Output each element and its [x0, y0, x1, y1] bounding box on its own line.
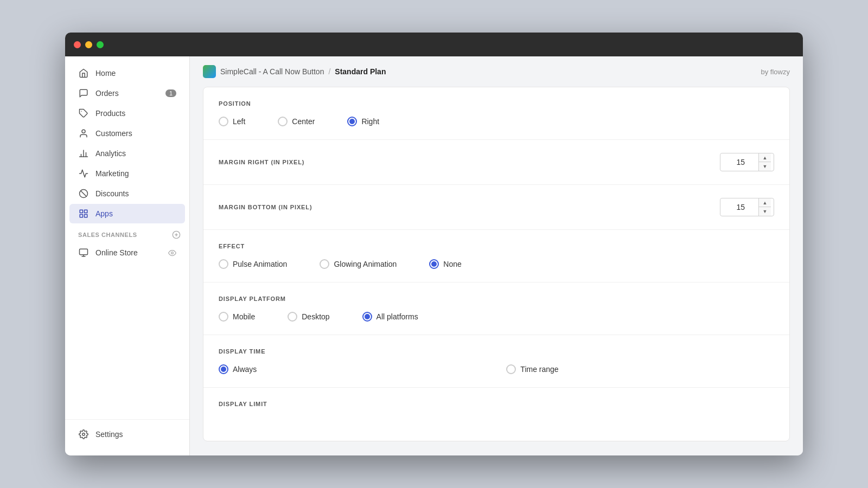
titlebar — [65, 33, 803, 56]
online-store-icon — [78, 247, 89, 258]
margin-right-down[interactable]: ▼ — [759, 162, 771, 171]
svg-rect-10 — [85, 215, 87, 217]
sidebar-item-products[interactable]: Products — [69, 104, 185, 123]
effect-none-option[interactable]: None — [429, 259, 461, 269]
position-section: POSITION Left Center — [203, 87, 789, 140]
platform-all-radio[interactable] — [362, 312, 372, 322]
sidebar-item-orders-label: Orders — [95, 89, 119, 98]
time-range-label: Time range — [520, 365, 558, 374]
position-center-radio[interactable] — [278, 117, 288, 126]
sidebar-item-orders[interactable]: Orders 1 — [69, 84, 185, 103]
time-always-radio[interactable] — [219, 364, 228, 374]
home-icon — [78, 68, 89, 79]
breadcrumb-app-name[interactable]: SimpleCall - A Call Now Button — [220, 67, 324, 76]
orders-badge: 1 — [165, 89, 176, 97]
effect-pulse-radio[interactable] — [219, 259, 228, 269]
display-time-section: DISPLAY TIME Always Time range — [203, 335, 789, 388]
effect-glowing-option[interactable]: Glowing Animation — [320, 259, 397, 269]
svg-rect-15 — [80, 249, 88, 255]
margin-right-spinners: ▲ ▼ — [758, 153, 771, 171]
sidebar-item-products-label: Products — [95, 109, 125, 118]
margin-right-label: MARGIN RIGHT (IN PIXEL) — [219, 159, 720, 165]
margin-bottom-input-wrap: ▲ ▼ — [720, 198, 774, 216]
platform-mobile-option[interactable]: Mobile — [219, 312, 255, 322]
discounts-icon — [78, 188, 89, 199]
display-platform-title: DISPLAY PLATFORM — [219, 296, 774, 302]
effect-pulse-option[interactable]: Pulse Animation — [219, 259, 287, 269]
sidebar-item-customers[interactable]: Customers — [69, 124, 185, 143]
time-range-option[interactable]: Time range — [506, 364, 558, 374]
sidebar-item-home-label: Home — [95, 69, 116, 78]
sidebar-item-marketing[interactable]: Marketing — [69, 164, 185, 183]
maximize-button[interactable] — [97, 41, 104, 48]
sidebar-item-online-store[interactable]: Online Store — [69, 243, 185, 262]
margin-bottom-input[interactable] — [720, 200, 758, 215]
content-area: SimpleCall - A Call Now Button / Standar… — [190, 56, 803, 455]
platform-all-label: All platforms — [376, 312, 418, 321]
sidebar-item-discounts-label: Discounts — [95, 189, 129, 198]
platform-desktop-option[interactable]: Desktop — [288, 312, 329, 322]
margin-bottom-up[interactable]: ▲ — [759, 198, 771, 207]
sidebar-item-settings[interactable]: Settings — [69, 425, 185, 444]
sidebar-item-discounts[interactable]: Discounts — [69, 184, 185, 203]
marketing-icon — [78, 168, 89, 179]
effect-glowing-radio[interactable] — [320, 259, 329, 269]
svg-rect-11 — [80, 215, 82, 217]
position-radio-group: Left Center Right — [219, 117, 774, 126]
sidebar: Home Orders 1 — [65, 56, 190, 455]
time-always-label: Always — [233, 365, 257, 374]
svg-rect-8 — [80, 210, 82, 213]
position-left-option[interactable]: Left — [219, 117, 245, 126]
position-right-option[interactable]: Right — [347, 117, 379, 126]
platform-desktop-radio[interactable] — [288, 312, 297, 322]
app-icon — [203, 65, 216, 78]
effect-title: EFFECT — [219, 243, 774, 249]
online-store-eye-icon[interactable] — [168, 249, 176, 257]
sidebar-bottom: Settings — [65, 419, 189, 449]
settings-icon — [78, 429, 89, 440]
position-center-option[interactable]: Center — [278, 117, 315, 126]
breadcrumb-current-page: Standard Plan — [335, 67, 386, 76]
svg-point-1 — [82, 130, 85, 133]
time-always-option[interactable]: Always — [219, 364, 257, 374]
products-icon — [78, 108, 89, 119]
platform-all-option[interactable]: All platforms — [362, 312, 418, 322]
margin-right-input[interactable] — [720, 155, 758, 170]
minimize-button[interactable] — [85, 41, 92, 48]
margin-bottom-section: MARGIN BOTTOM (IN PIXEL) ▲ ▼ — [203, 185, 789, 230]
time-range-radio[interactable] — [506, 364, 516, 374]
margin-right-up[interactable]: ▲ — [759, 153, 771, 162]
margin-bottom-label: MARGIN BOTTOM (IN PIXEL) — [219, 204, 720, 210]
online-store-label: Online Store — [95, 248, 138, 257]
sidebar-item-home[interactable]: Home — [69, 63, 185, 83]
content-header: SimpleCall - A Call Now Button / Standar… — [190, 56, 803, 87]
margin-right-section: MARGIN RIGHT (IN PIXEL) ▲ ▼ — [203, 140, 789, 185]
orders-icon — [78, 88, 89, 99]
add-sales-channel-button[interactable] — [172, 230, 181, 239]
effect-pulse-label: Pulse Animation — [233, 260, 287, 268]
position-right-label: Right — [361, 117, 379, 126]
margin-bottom-down[interactable]: ▼ — [759, 207, 771, 216]
sidebar-item-apps[interactable]: Apps — [69, 204, 185, 223]
close-button[interactable] — [74, 41, 81, 48]
effect-glowing-label: Glowing Animation — [334, 260, 397, 268]
sidebar-item-apps-label: Apps — [95, 209, 113, 218]
sidebar-nav: Home Orders 1 — [65, 63, 189, 419]
breadcrumb-separator: / — [328, 67, 330, 76]
sidebar-item-analytics[interactable]: Analytics — [69, 144, 185, 163]
position-right-radio[interactable] — [347, 117, 357, 126]
display-limit-section: DISPLAY LIMIT — [203, 388, 789, 441]
content-scroll[interactable]: POSITION Left Center — [190, 87, 803, 455]
sidebar-item-analytics-label: Analytics — [95, 149, 126, 158]
position-left-radio[interactable] — [219, 117, 228, 126]
svg-point-19 — [82, 433, 85, 436]
effect-radio-group: Pulse Animation Glowing Animation None — [219, 259, 774, 269]
effect-section: EFFECT Pulse Animation Glowing Animation — [203, 230, 789, 282]
display-limit-title: DISPLAY LIMIT — [219, 401, 774, 407]
settings-card: POSITION Left Center — [203, 87, 790, 441]
display-time-title: DISPLAY TIME — [219, 348, 774, 355]
by-flowzy-label: by flowzy — [761, 68, 790, 76]
svg-line-7 — [81, 191, 87, 197]
effect-none-radio[interactable] — [429, 259, 439, 269]
platform-mobile-radio[interactable] — [219, 312, 228, 322]
